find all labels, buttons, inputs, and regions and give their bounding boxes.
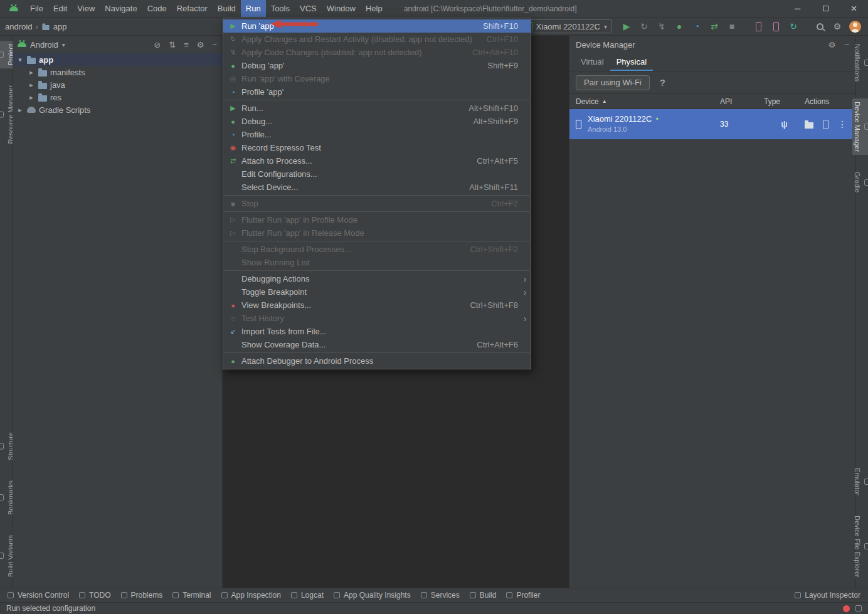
menu-item[interactable]: ▷ Flutter Run 'app' in Release Mode: [223, 226, 531, 240]
menubar-item[interactable]: File: [25, 0, 48, 17]
toolwindow-button[interactable]: Device Manager: [852, 98, 868, 155]
hide-panel-icon[interactable]: −: [844, 40, 849, 50]
project-header-icon[interactable]: −: [212, 40, 217, 50]
chevron-icon[interactable]: ▸: [28, 93, 35, 102]
tree-item[interactable]: ▸ Gradle Scripts: [13, 103, 222, 116]
menubar-item[interactable]: Edit: [48, 0, 72, 17]
menubar-item[interactable]: Tools: [266, 0, 295, 17]
device-manager-tab[interactable]: Physical: [610, 54, 653, 71]
statusbar-button[interactable]: Layout Inspector: [795, 591, 860, 600]
toolbar-button[interactable]: [812, 19, 828, 34]
menu-item[interactable]: ◎ Run 'app' with Coverage: [223, 72, 531, 85]
toolbar-button[interactable]: [768, 19, 784, 34]
menu-item[interactable]: ▷ Flutter Run 'app' in Profile Mode: [223, 213, 531, 226]
column-header[interactable]: API ▲: [720, 97, 764, 106]
device-action-icon[interactable]: [823, 120, 828, 129]
breadcrumb-leaf[interactable]: app: [53, 22, 67, 31]
chevron-icon[interactable]: ▸: [28, 81, 35, 89]
menu-item[interactable]: Edit Configurations...: [223, 167, 531, 181]
device-selector[interactable]: Xiaomi 2201122C ▾: [522, 19, 612, 33]
toolbar-button[interactable]: ▶: [618, 19, 635, 34]
help-icon[interactable]: ?: [660, 77, 665, 88]
gear-icon[interactable]: ⚙: [828, 40, 836, 50]
statusbar-button[interactable]: Profiler: [506, 591, 540, 600]
menubar-item[interactable]: Run: [241, 0, 266, 17]
statusbar-button[interactable]: App Quality Insights: [334, 591, 411, 600]
event-log-icon[interactable]: [855, 605, 862, 611]
column-header[interactable]: Actions ▲: [805, 97, 855, 106]
menu-item[interactable]: Toggle Breakpoint: [223, 285, 531, 299]
statusbar-button[interactable]: Problems: [121, 591, 163, 600]
menu-item[interactable]: ⇄ Attach to Process... Ctrl+Alt+F5: [223, 154, 531, 167]
toolbar-button[interactable]: ●: [671, 19, 687, 34]
menu-item[interactable]: ○ Test History: [223, 312, 531, 325]
device-row[interactable]: Xiaomi 2201122C • Android 13.0 33 ψ ⋮: [569, 109, 855, 139]
menubar-item[interactable]: Window: [322, 0, 361, 17]
menu-item[interactable]: Show Running List: [223, 256, 531, 269]
project-header-icon[interactable]: ⇅: [169, 40, 176, 50]
menubar-item[interactable]: Build: [213, 0, 241, 17]
toolwindow-button[interactable]: Notifications: [852, 41, 868, 85]
toolwindow-button[interactable]: Emulator: [852, 465, 868, 499]
statusbar-button[interactable]: Terminal: [172, 591, 211, 600]
menu-item[interactable]: ● Debug 'app' Shift+F9: [223, 59, 531, 72]
statusbar-button[interactable]: Services: [421, 591, 460, 600]
column-header[interactable]: Type ▲: [764, 97, 805, 106]
menu-item[interactable]: ↯ Apply Code Changes (disabled: app not …: [223, 46, 531, 59]
statusbar-button[interactable]: Build: [470, 591, 497, 600]
menu-item[interactable]: ● View Breakpoints... Ctrl+Shift+F8: [223, 299, 531, 312]
toolbar-button[interactable]: [750, 19, 766, 34]
menubar-item[interactable]: View: [72, 0, 100, 17]
menu-item[interactable]: ● Attach Debugger to Android Process: [223, 354, 531, 368]
statusbar-button[interactable]: TODO: [79, 591, 110, 600]
chevron-icon[interactable]: ▸: [16, 106, 24, 114]
minimize-button[interactable]: ─: [783, 0, 812, 17]
device-manager-tab[interactable]: Virtual: [574, 54, 610, 71]
statusbar-button[interactable]: Logcat: [291, 591, 324, 600]
menu-item[interactable]: Select Device... Alt+Shift+F11: [223, 181, 531, 194]
project-header-icon[interactable]: ⊘: [154, 40, 161, 50]
tree-item[interactable]: ▸ res: [13, 91, 222, 103]
column-header[interactable]: Device ▲: [576, 97, 720, 106]
statusbar-button[interactable]: Version Control: [8, 591, 69, 600]
project-view-selector[interactable]: Android: [30, 40, 58, 50]
breadcrumb-root[interactable]: android: [5, 22, 32, 31]
menu-item[interactable]: ↙ Import Tests from File...: [223, 325, 531, 338]
close-button[interactable]: ×: [840, 0, 868, 17]
pair-wifi-button[interactable]: Pair using Wi-Fi: [576, 75, 650, 90]
toolwindow-button[interactable]: Device File Explorer: [852, 512, 868, 580]
tree-item[interactable]: ▸ java: [13, 78, 222, 91]
maximize-button[interactable]: [812, 0, 840, 17]
toolbar-button[interactable]: ⇄: [706, 19, 722, 34]
project-header-icon[interactable]: ≡: [184, 40, 189, 50]
toolbar-button[interactable]: [847, 19, 863, 34]
menu-item[interactable]: ◉ Record Espresso Test: [223, 141, 531, 154]
tree-item[interactable]: ▾ app: [13, 53, 222, 66]
more-actions-icon[interactable]: ⋮: [838, 119, 847, 129]
menubar-item[interactable]: VCS: [295, 0, 322, 17]
menubar-item[interactable]: Navigate: [100, 0, 142, 17]
menu-item[interactable]: ● Debug... Alt+Shift+F9: [223, 115, 531, 128]
toolwindow-button[interactable]: Gradle: [852, 169, 868, 196]
menubar-item[interactable]: Code: [142, 0, 172, 17]
menu-item[interactable]: Show Coverage Data... Ctrl+Alt+F6: [223, 338, 531, 351]
menu-item[interactable]: ◔ Profile...: [223, 128, 531, 141]
menu-item[interactable]: ↻ Apply Changes and Restart Activity (di…: [223, 33, 531, 46]
notification-error-icon[interactable]: [843, 605, 850, 612]
toolbar-button[interactable]: ⚙: [829, 19, 845, 34]
toolbar-button[interactable]: ◔: [689, 19, 705, 34]
menubar-item[interactable]: Help: [361, 0, 388, 17]
toolbar-button[interactable]: ↯: [654, 19, 670, 34]
chevron-icon[interactable]: ▸: [28, 68, 35, 77]
project-header-icon[interactable]: ⚙: [197, 40, 204, 50]
menu-item[interactable]: ▶ Run 'app' Shift+F10: [223, 19, 531, 33]
menu-item[interactable]: Stop Background Processes... Ctrl+Shift+…: [223, 243, 531, 256]
toolbar-button[interactable]: ↻: [785, 19, 802, 34]
menu-item[interactable]: Debugging Actions: [223, 272, 531, 285]
toolbar-button[interactable]: ↻: [636, 19, 652, 34]
menu-item[interactable]: ▶ Run... Alt+Shift+F10: [223, 102, 531, 115]
chevron-icon[interactable]: ▾: [16, 56, 24, 64]
statusbar-button[interactable]: App Inspection: [221, 591, 281, 600]
menu-item[interactable]: ◔ Profile 'app': [223, 85, 531, 98]
menubar-item[interactable]: Refactor: [172, 0, 213, 17]
